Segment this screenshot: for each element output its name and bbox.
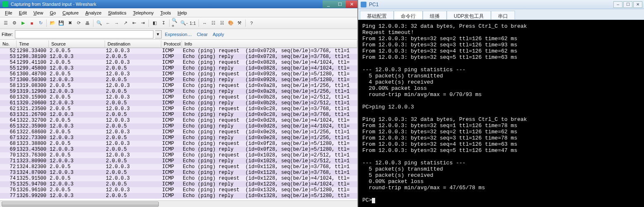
- packet-row[interactable]: 641322.32700 2.0.0.512.0.0.3ICMPEcho (pi…: [0, 118, 357, 123]
- packet-row[interactable]: 631321.26700 12.0.0.32.0.0.5ICMPEcho (pi…: [0, 112, 357, 118]
- packet-row[interactable]: 581319.08300 2.0.0.512.0.0.3ICMPEcho (pi…: [0, 83, 357, 89]
- pc1-tab-0[interactable]: 基础配置: [360, 11, 394, 19]
- start-capture-icon[interactable]: ▶: [19, 19, 27, 27]
- col-info[interactable]: Info: [182, 41, 357, 47]
- stop-capture-icon[interactable]: ■: [28, 19, 36, 27]
- pc1-tab-4[interactable]: 串口: [491, 11, 515, 19]
- menu-file[interactable]: File: [2, 10, 16, 16]
- go-last-icon[interactable]: ⇥: [139, 19, 147, 27]
- packet-row[interactable]: 541299.41100 2.0.0.512.0.0.3ICMPEcho (pi…: [0, 60, 357, 65]
- horizontal-scrollbar[interactable]: [0, 200, 357, 207]
- pc1-tab-1[interactable]: 命令行: [394, 11, 423, 19]
- go-forward-icon[interactable]: →: [113, 19, 121, 27]
- wireshark-filterbar: Filter: ▾ Expression… Clear Apply: [0, 29, 357, 40]
- pc1-tab-2[interactable]: 组播: [423, 11, 447, 19]
- capture-filters-icon[interactable]: ☷: [209, 19, 218, 27]
- goto-packet-icon[interactable]: ↗: [121, 19, 129, 27]
- menu-help[interactable]: Help: [174, 10, 190, 16]
- packet-row[interactable]: 711323.80900 12.0.0.32.0.0.5ICMPEcho (pi…: [0, 158, 357, 164]
- packet-row[interactable]: 741325.91500 2.0.0.512.0.0.3ICMPEcho (pi…: [0, 176, 357, 181]
- pc1-terminal[interactable]: Ping 12.0.0.3: 32 data bytes, Press Ctrl…: [358, 20, 644, 207]
- zoom-in-icon[interactable]: 🔍+: [171, 19, 180, 27]
- pc1-titlebar[interactable]: PC1 – ☐ ✕: [358, 0, 644, 9]
- menu-view[interactable]: View: [30, 10, 47, 16]
- packet-row[interactable]: 731324.87000 12.0.0.32.0.0.5ICMPEcho (pi…: [0, 170, 357, 176]
- col-source[interactable]: Source: [49, 41, 105, 47]
- preferences-icon[interactable]: ⚒: [235, 19, 244, 27]
- close-file-icon[interactable]: ✖: [66, 19, 74, 27]
- menu-analyze[interactable]: Analyze: [82, 10, 105, 16]
- menu-capture[interactable]: Capture: [59, 10, 82, 16]
- close-button[interactable]: ✕: [346, 0, 357, 8]
- filter-dropdown-icon[interactable]: ▾: [155, 30, 162, 39]
- apply-link[interactable]: Apply: [213, 32, 224, 37]
- packet-row[interactable]: 571300.50300 12.0.0.32.0.0.5ICMPEcho (pi…: [0, 77, 357, 83]
- packet-list-body[interactable]: 521298.33400 2.0.0.512.0.0.3ICMPEcho (pi…: [0, 48, 357, 200]
- pc1-close-button[interactable]: ✕: [633, 1, 642, 8]
- zoom-out-icon[interactable]: 🔍-: [180, 19, 188, 27]
- restart-capture-icon[interactable]: ↻: [36, 19, 45, 27]
- packet-row[interactable]: 591319.12900 12.0.0.32.0.0.5ICMPEcho (pi…: [0, 89, 357, 94]
- packet-row[interactable]: 551299.45800 12.0.0.32.0.0.5ICMPEcho (pi…: [0, 65, 357, 71]
- packet-row[interactable]: 561300.48700 2.0.0.512.0.0.3ICMPEcho (pi…: [0, 71, 357, 77]
- terminal-cursor: [372, 198, 375, 203]
- packet-row[interactable]: 691323.43500 12.0.0.32.0.0.5ICMPEcho (pi…: [0, 147, 357, 152]
- auto-scroll-icon[interactable]: ↧: [159, 19, 168, 27]
- menu-edit[interactable]: Edit: [16, 10, 30, 16]
- packet-row[interactable]: 671322.73300 12.0.0.32.0.0.5ICMPEcho (pi…: [0, 135, 357, 141]
- packet-row[interactable]: 521298.33400 2.0.0.512.0.0.3ICMPEcho (pi…: [0, 48, 357, 54]
- packet-row[interactable]: 531298.38100 12.0.0.32.0.0.5ICMPEcho (pi…: [0, 54, 357, 60]
- zoom-reset-icon[interactable]: 1:1: [189, 19, 197, 27]
- packet-row[interactable]: 761326.96100 2.0.0.512.0.0.3ICMPEcho (pi…: [0, 187, 357, 193]
- pc1-maximize-button[interactable]: ☐: [623, 1, 632, 8]
- packet-row[interactable]: 681323.38800 2.0.0.512.0.0.3ICMPEcho (pi…: [0, 141, 357, 147]
- expression-link[interactable]: Expression…: [165, 32, 192, 37]
- find-packet-icon[interactable]: 🔍: [95, 19, 103, 27]
- packet-row[interactable]: 611320.20600 12.0.0.32.0.0.5ICMPEcho (pi…: [0, 100, 357, 106]
- print-icon[interactable]: 🖶: [83, 19, 91, 27]
- menu-telephony[interactable]: Telephony: [129, 10, 157, 16]
- pc1-app-icon: [361, 2, 366, 7]
- wireshark-title: Capturing from Standard input - Wireshar…: [11, 2, 96, 7]
- packet-row[interactable]: 721324.82300 2.0.0.512.0.0.3ICMPEcho (pi…: [0, 164, 357, 170]
- filter-input[interactable]: [15, 30, 153, 39]
- pc1-minimize-button[interactable]: –: [613, 1, 622, 8]
- colorize-icon[interactable]: ◧: [151, 19, 159, 27]
- col-protocol[interactable]: Protocol: [161, 41, 182, 47]
- col-no[interactable]: No.: [0, 41, 17, 47]
- packet-row[interactable]: 661322.68600 2.0.0.512.0.0.3ICMPEcho (pi…: [0, 129, 357, 135]
- packet-row[interactable]: 651322.35900 12.0.0.32.0.0.5ICMPEcho (pi…: [0, 123, 357, 129]
- wireshark-app-icon: [2, 1, 8, 7]
- col-destination[interactable]: Destination: [105, 41, 161, 47]
- capture-options-icon[interactable]: ⚙: [10, 19, 19, 27]
- packet-row[interactable]: 751325.94700 12.0.0.32.0.0.5ICMPEcho (pi…: [0, 181, 357, 187]
- pc1-tabstrip: 基础配置命令行组播UDP发包工具串口: [358, 9, 644, 20]
- go-back-icon[interactable]: ←: [104, 19, 112, 27]
- help-icon[interactable]: ?: [247, 19, 256, 27]
- wireshark-titlebar[interactable]: Capturing from Standard input - Wireshar…: [0, 0, 357, 8]
- packet-row[interactable]: 621321.23500 2.0.0.512.0.0.3ICMPEcho (pi…: [0, 106, 357, 112]
- reload-icon[interactable]: ⟳: [74, 19, 83, 27]
- menu-go[interactable]: Go: [46, 10, 59, 16]
- save-file-icon[interactable]: 💾: [57, 19, 65, 27]
- maximize-button[interactable]: ☐: [334, 0, 346, 8]
- packet-row[interactable]: 601320.15900 2.0.0.512.0.0.3ICMPEcho (pi…: [0, 94, 357, 100]
- pc1-window: PC1 – ☐ ✕ 基础配置命令行组播UDP发包工具串口 Ping 12.0.0…: [358, 0, 644, 207]
- coloring-rules-icon[interactable]: 🎨: [227, 19, 235, 27]
- wireshark-menubar: FileEditViewGoCaptureAnalyzeStatisticsTe…: [0, 8, 357, 17]
- interface-list-icon[interactable]: ☰: [2, 19, 10, 27]
- clear-link[interactable]: Clear: [197, 32, 208, 37]
- pc1-tab-3[interactable]: UDP发包工具: [447, 11, 491, 19]
- packet-row[interactable]: 771326.99200 12.0.0.32.0.0.5ICMPEcho (pi…: [0, 193, 357, 199]
- resize-columns-icon[interactable]: ↔: [201, 19, 209, 27]
- filter-label: Filter:: [2, 32, 13, 37]
- minimize-button[interactable]: _: [323, 0, 334, 8]
- packet-row[interactable]: 701323.76300 2.0.0.512.0.0.3ICMPEcho (pi…: [0, 152, 357, 158]
- scrollbar-thumb[interactable]: [2, 202, 159, 207]
- col-time[interactable]: Time: [17, 41, 49, 47]
- display-filters-icon[interactable]: ☵: [218, 19, 226, 27]
- menu-tools[interactable]: Tools: [157, 10, 175, 16]
- menu-statistics[interactable]: Statistics: [105, 10, 129, 16]
- open-file-icon[interactable]: 📂: [48, 19, 57, 27]
- go-first-icon[interactable]: ⇤: [130, 19, 138, 27]
